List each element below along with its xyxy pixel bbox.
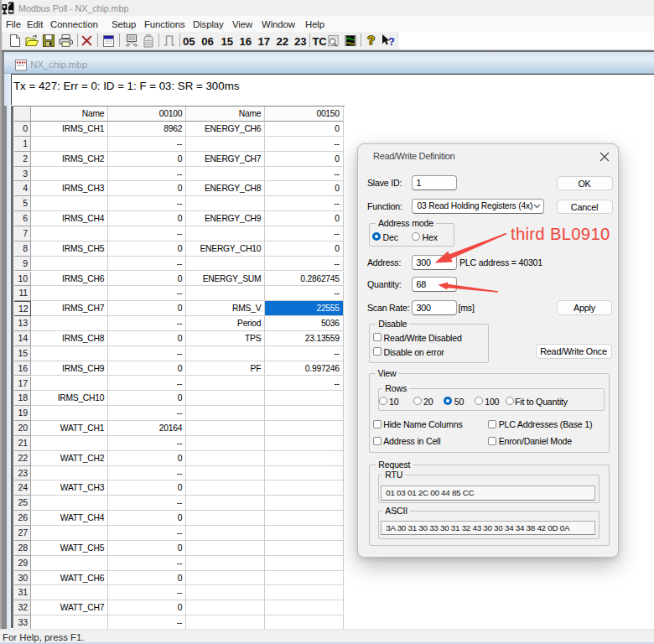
svg-text:?: ?	[388, 35, 395, 48]
